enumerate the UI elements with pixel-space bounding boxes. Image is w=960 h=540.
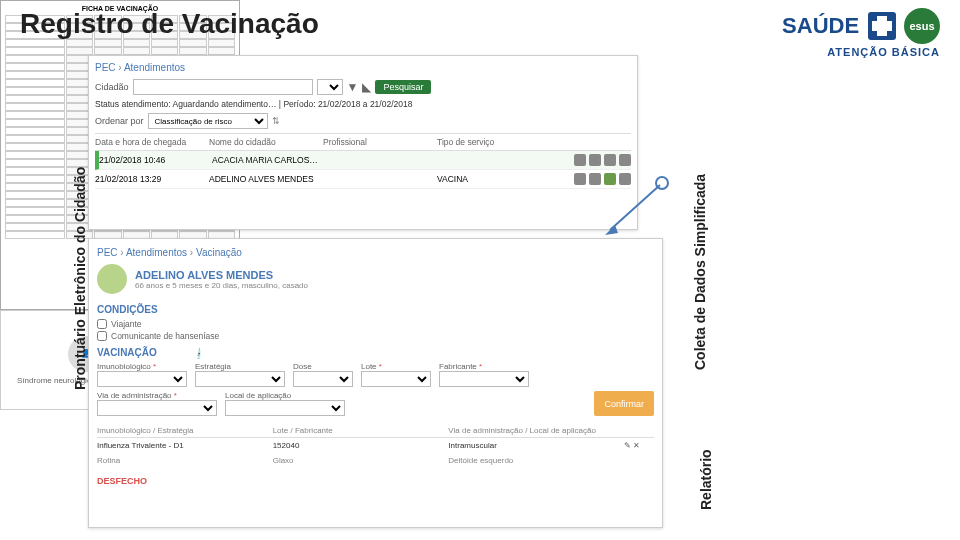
fabricante-select[interactable] — [439, 371, 529, 387]
callout-arrow — [600, 175, 670, 245]
confirm-button[interactable]: Confirmar — [594, 391, 654, 416]
search-button[interactable]: Pesquisar — [375, 80, 431, 94]
status-line: Status atendimento: Aguardando atendimen… — [95, 99, 631, 109]
action-icon[interactable] — [619, 154, 631, 166]
action-icon[interactable] — [604, 154, 616, 166]
action-icon[interactable] — [574, 173, 586, 185]
edit-icon[interactable]: ✎ ✕ — [624, 441, 654, 450]
cidadao-input[interactable] — [133, 79, 313, 95]
breadcrumb: PEC › Atendimentos — [95, 62, 631, 73]
chk-hanseniase[interactable]: Comunicante de hanseníase — [97, 331, 654, 341]
lote-select[interactable] — [361, 371, 431, 387]
table-row[interactable]: 21/02/2018 10:46ACACIA MARIA CARLOS… — [95, 151, 631, 170]
svg-line-0 — [610, 185, 660, 230]
svg-point-2 — [656, 177, 668, 189]
table-row[interactable]: 21/02/2018 13:29ADELINO ALVES MENDES VAC… — [95, 170, 631, 189]
ordenar-label: Ordenar por — [95, 116, 144, 126]
action-icon[interactable] — [574, 154, 586, 166]
patient-header: ADELINO ALVES MENDES 66 anos e 5 meses e… — [97, 264, 654, 294]
local-select[interactable] — [225, 400, 345, 416]
breadcrumb-atend[interactable]: Atendimentos — [126, 247, 187, 258]
logo-subtitle: ATENÇÃO BÁSICA — [782, 46, 940, 58]
label-cds: Coleta de Dados Simplificada — [692, 110, 708, 370]
logo-saude: SAÚDE — [782, 13, 859, 39]
atendimentos-panel: PEC › Atendimentos Cidadão ▼ ◣ Pesquisar… — [88, 55, 638, 230]
patient-name: ADELINO ALVES MENDES — [135, 269, 308, 281]
ordenar-select[interactable]: Classificação de risco — [148, 113, 268, 129]
section-condicoes: CONDIÇÕES — [97, 304, 654, 315]
breadcrumb-pec[interactable]: PEC — [95, 62, 116, 73]
label-pec: Prontuário Eletrônico do Cidadão — [72, 130, 88, 390]
cidadao-select[interactable] — [317, 79, 343, 95]
cross-icon — [868, 12, 896, 40]
filter-icon[interactable]: ▼ — [347, 80, 359, 94]
estrategia-select[interactable] — [195, 371, 285, 387]
svg-marker-1 — [605, 225, 618, 235]
table-header: Data e hora de chegadaNome do cidadão Pr… — [95, 133, 631, 151]
breadcrumb-vac: Vacinação — [196, 247, 242, 258]
cidadao-label: Cidadão — [95, 82, 129, 92]
patient-info: 66 anos e 5 meses e 20 dias, masculino, … — [135, 281, 308, 290]
label-relatorio: Relatório — [698, 430, 714, 510]
imuno-select[interactable] — [97, 371, 187, 387]
applied-table: Imunobiológico / EstratégiaLote / Fabric… — [97, 424, 654, 468]
via-select[interactable] — [97, 400, 217, 416]
sort-icon[interactable]: ⇅ — [272, 116, 280, 126]
dose-select[interactable] — [293, 371, 353, 387]
section-desfecho: DESFECHO — [97, 476, 654, 486]
section-vacinacao: VACINAÇÃO — [97, 347, 654, 358]
funnel-icon[interactable]: ◣ — [362, 80, 371, 94]
breadcrumb-pec[interactable]: PEC — [97, 247, 118, 258]
vacinacao-panel: PEC › Atendimentos › Vacinação ADELINO A… — [88, 238, 663, 528]
breadcrumb-atend: Atendimentos — [124, 62, 185, 73]
action-icon[interactable] — [589, 154, 601, 166]
breadcrumb: PEC › Atendimentos › Vacinação — [97, 247, 654, 258]
avatar — [97, 264, 127, 294]
chk-viajante[interactable]: Viajante — [97, 319, 654, 329]
logo-area: SAÚDE esus ATENÇÃO BÁSICA — [782, 8, 940, 58]
page-title: Registro de Vacinação — [20, 8, 319, 40]
logo-esus: esus — [904, 8, 940, 44]
